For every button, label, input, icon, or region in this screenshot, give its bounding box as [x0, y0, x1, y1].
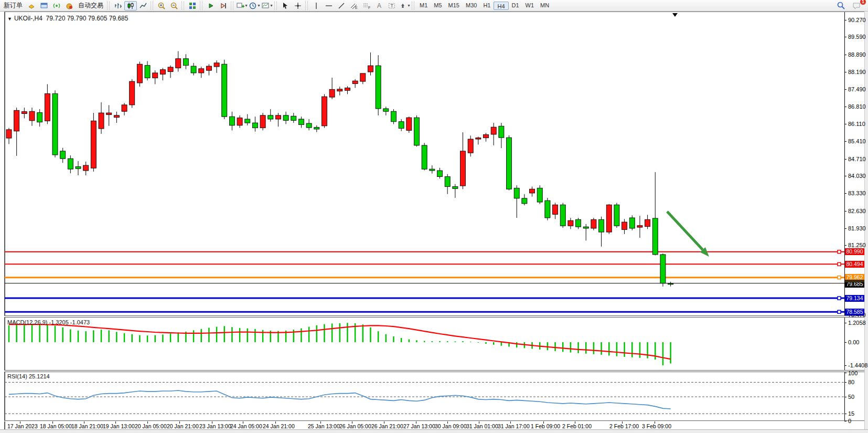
candle-body — [22, 112, 27, 114]
candle-body — [645, 219, 650, 226]
candle-body — [6, 130, 12, 138]
vline-icon[interactable] — [310, 1, 323, 10]
price-tick-mark — [844, 107, 846, 107]
toolbar-grip — [200, 2, 202, 10]
arrows-icon[interactable]: ▾ — [398, 1, 411, 10]
line-chart-icon[interactable] — [137, 1, 149, 10]
candle-body — [137, 64, 142, 83]
rsi-tick-label: 100 — [848, 370, 858, 376]
timeframe-h1[interactable]: H1 — [480, 1, 494, 10]
macd-value-main: -1.3205 — [49, 319, 68, 325]
price-chart-canvas[interactable] — [5, 12, 844, 315]
candle-body — [106, 113, 112, 114]
candle-body — [52, 93, 58, 155]
candle-body — [460, 151, 466, 186]
autotrade-button[interactable]: 自动交易 — [76, 1, 106, 10]
hline-marker[interactable] — [838, 310, 841, 313]
chat-icon[interactable]: 1 — [850, 1, 863, 10]
candle-body — [614, 205, 619, 226]
signals-icon[interactable] — [50, 1, 63, 10]
fibonacci-icon[interactable]: F — [360, 1, 373, 10]
zoom-in-icon[interactable] — [155, 1, 168, 10]
price-tick-label: 81.250 — [848, 242, 866, 248]
text-icon[interactable]: A — [373, 1, 385, 10]
rsi-tick-label: 15 — [848, 410, 854, 417]
chat-badge: 1 — [860, 0, 866, 5]
time-label: 18 Jan 21:00 — [71, 423, 103, 429]
trendline-icon[interactable] — [335, 1, 348, 10]
channel-icon[interactable]: E — [348, 1, 360, 10]
annotation-arrow[interactable] — [667, 212, 703, 250]
candle-body — [652, 218, 658, 255]
time-label: 30 Jan 09:00 — [435, 423, 467, 429]
candlestick-icon[interactable] — [124, 1, 137, 10]
zoom-out-icon[interactable] — [168, 1, 180, 10]
candle-body — [191, 66, 196, 73]
macd-pane-canvas[interactable] — [5, 318, 844, 369]
candle-body — [314, 128, 319, 129]
chart-shift-marker[interactable] — [672, 13, 678, 17]
candle-body — [484, 134, 489, 138]
timeframe-m5[interactable]: M5 — [431, 1, 445, 10]
hline-marker[interactable] — [838, 276, 841, 279]
hline-marker[interactable] — [838, 297, 841, 300]
price-tick-mark — [844, 159, 846, 160]
hline-marker[interactable] — [838, 250, 841, 254]
timeframe-d1[interactable]: D1 — [509, 1, 522, 10]
macd-pane-splitter[interactable] — [4, 315, 864, 318]
candle-body — [668, 283, 673, 284]
crosshair-icon[interactable] — [292, 1, 304, 10]
svg-text:F: F — [368, 6, 370, 9]
toolbar-grip — [274, 2, 277, 10]
candle-body — [629, 218, 635, 228]
rsi-pane-splitter[interactable] — [4, 370, 864, 372]
timeframe-h4[interactable]: H4 — [494, 2, 508, 10]
candle-body — [229, 117, 234, 125]
templates-icon[interactable]: ▾ — [261, 1, 273, 10]
autotrade-icon[interactable] — [63, 1, 76, 10]
price-line-badge: 78.585 — [845, 309, 864, 315]
bar-chart-icon[interactable] — [112, 1, 124, 10]
timeframe-m15[interactable]: M15 — [445, 1, 463, 10]
chart-ohlc: 79.720 79.790 79.605 79.685 — [46, 15, 128, 22]
cursor-icon[interactable] — [279, 1, 292, 10]
time-label: 24 Jan 05:00 — [230, 423, 262, 429]
toolbar-grip — [107, 2, 110, 10]
one-click-trading-arrow[interactable]: ▼ — [7, 16, 12, 22]
hline-icon[interactable] — [323, 1, 335, 10]
candle-body — [268, 115, 273, 119]
rsi-tick-label: 80 — [848, 379, 854, 385]
timeframe-m1[interactable]: M1 — [416, 1, 431, 10]
candle-body — [322, 97, 327, 126]
search-icon[interactable] — [834, 1, 847, 10]
time-label: 20 Jan 05:00 — [135, 423, 167, 429]
time-label: 19 Jan 13:00 — [103, 423, 135, 429]
macd-tick-mark — [844, 323, 846, 323]
auto-scroll-icon[interactable] — [205, 1, 217, 10]
timeframe-mn[interactable]: MN — [537, 1, 552, 10]
candle-body — [130, 81, 135, 105]
label-icon[interactable]: T — [385, 1, 398, 10]
price-tick-mark — [844, 20, 846, 20]
toolbar-grip — [305, 2, 308, 10]
candle-body — [76, 166, 81, 168]
tile-windows-icon[interactable] — [186, 1, 199, 10]
terminal-icon[interactable] — [38, 1, 50, 10]
periods-icon[interactable]: ▾ — [248, 1, 261, 10]
new-chart-icon[interactable]: ▾ — [235, 1, 248, 10]
hline-marker[interactable] — [838, 262, 841, 266]
timeframe-w1[interactable]: W1 — [522, 1, 538, 10]
candle-body — [491, 127, 496, 134]
rsi-pane-canvas[interactable] — [5, 373, 844, 421]
candle-body — [345, 88, 350, 90]
price-tick-label: 89.590 — [848, 34, 866, 40]
timeframe-m30[interactable]: M30 — [463, 1, 480, 10]
candle-body — [514, 188, 519, 198]
candle-body — [545, 200, 550, 218]
candle-body — [553, 205, 558, 214]
chart-shift-icon[interactable] — [217, 1, 230, 10]
new-order-button[interactable]: 新订单 — [1, 1, 25, 10]
history-gold-icon[interactable] — [25, 1, 38, 10]
price-tick-label: 86.110 — [848, 121, 865, 127]
candle-body — [68, 159, 73, 169]
